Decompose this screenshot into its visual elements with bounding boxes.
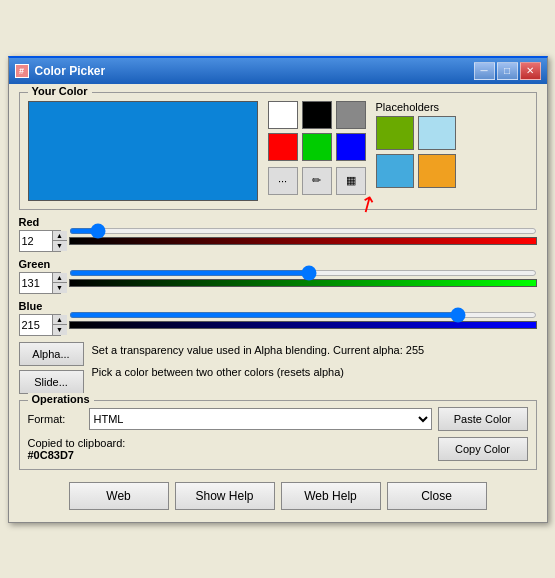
blue-input[interactable] [20, 315, 52, 335]
blue-spin-wrapper: ▲ ▼ [19, 314, 61, 336]
green-up-button[interactable]: ▲ [53, 273, 67, 283]
blue-up-button[interactable]: ▲ [53, 315, 67, 325]
close-button[interactable]: Close [387, 482, 487, 510]
web-help-button[interactable]: Web Help [281, 482, 381, 510]
content-area: Your Color ··· [9, 84, 547, 522]
red-slider-row: Red ▲ ▼ [19, 216, 537, 252]
color-picker-window: # Color Picker ─ □ ✕ Your Color [8, 56, 548, 523]
eyedropper-icon: ✏ [312, 174, 321, 187]
close-window-button[interactable]: ✕ [520, 62, 541, 80]
red-down-button[interactable]: ▼ [53, 241, 67, 251]
red-input[interactable] [20, 231, 52, 251]
format-label: Format: [28, 413, 83, 425]
bottom-buttons-row: Alpha... Slide... Set a transparency val… [19, 342, 537, 394]
web-button[interactable]: Web [69, 482, 169, 510]
eyedropper-button[interactable]: ✏ [302, 167, 332, 195]
alpha-description: Set a transparency value used in Alpha b… [92, 342, 537, 359]
color-preview [28, 101, 258, 201]
placeholders-section: Placeholders [376, 101, 456, 201]
placeholders-label: Placeholders [376, 101, 456, 113]
placeholder-orange[interactable] [418, 154, 456, 188]
swatch-green[interactable] [302, 133, 332, 161]
swatch-red[interactable] [268, 133, 298, 161]
copy-color-button[interactable]: Copy Color [438, 437, 528, 461]
swatch-gray[interactable] [336, 101, 366, 129]
green-slider-row: Green ▲ ▼ [19, 258, 537, 294]
red-up-button[interactable]: ▲ [53, 231, 67, 241]
checker-icon: ▦ [346, 174, 356, 187]
red-spin-wrapper: ▲ ▼ [19, 230, 61, 252]
alpha-button[interactable]: Alpha... [19, 342, 84, 366]
slide-description: Pick a color between two other colors (r… [92, 364, 537, 381]
clipboard-label: Copied to clipboard:#0C83D7 [28, 437, 432, 461]
slide-button[interactable]: Slide... [19, 370, 84, 394]
placeholder-sky[interactable] [376, 154, 414, 188]
placeholder-swatches [376, 116, 456, 188]
checker-button[interactable]: ▦ [336, 167, 366, 195]
title-buttons: ─ □ ✕ [474, 62, 541, 80]
your-color-section: Your Color ··· [19, 92, 537, 210]
red-slider[interactable] [69, 228, 537, 234]
clipboard-row: Copied to clipboard:#0C83D7 Copy Color [28, 437, 528, 461]
footer-buttons: Web Show Help Web Help Close [19, 478, 537, 512]
swatch-white[interactable] [268, 101, 298, 129]
more-button[interactable]: ··· [268, 167, 298, 195]
swatch-blue[interactable] [336, 133, 366, 161]
blue-label: Blue [19, 300, 61, 312]
swatch-row-2 [268, 133, 366, 161]
slider-section: Red ▲ ▼ Green [19, 216, 537, 336]
placeholder-green[interactable] [376, 116, 414, 150]
minimize-button[interactable]: ─ [474, 62, 495, 80]
green-input[interactable] [20, 273, 52, 293]
tool-row: ··· ✏ ▦ ↗ [268, 167, 366, 195]
green-down-button[interactable]: ▼ [53, 283, 67, 293]
blue-down-button[interactable]: ▼ [53, 325, 67, 335]
show-help-button[interactable]: Show Help [175, 482, 275, 510]
title-bar: # Color Picker ─ □ ✕ [9, 58, 547, 84]
swatch-black[interactable] [302, 101, 332, 129]
swatch-row-1 [268, 101, 366, 129]
operations-section: Operations Format: HTML RGB HSL Hex Past… [19, 400, 537, 470]
maximize-button[interactable]: □ [497, 62, 518, 80]
green-label: Green [19, 258, 61, 270]
your-color-label: Your Color [28, 85, 92, 97]
title-icon: # [15, 64, 29, 78]
red-label: Red [19, 216, 61, 228]
green-spin-wrapper: ▲ ▼ [19, 272, 61, 294]
swatches-area: ··· ✏ ▦ ↗ [268, 101, 366, 201]
blue-slider[interactable] [69, 312, 537, 318]
window-title: Color Picker [35, 64, 106, 78]
paste-color-button[interactable]: Paste Color [438, 407, 528, 431]
ellipsis-icon: ··· [278, 175, 287, 187]
placeholder-cyan[interactable] [418, 116, 456, 150]
green-slider[interactable] [69, 270, 537, 276]
operations-label: Operations [28, 393, 94, 405]
format-row: Format: HTML RGB HSL Hex Paste Color [28, 407, 528, 431]
blue-slider-row: Blue ▲ ▼ [19, 300, 537, 336]
format-select[interactable]: HTML RGB HSL Hex [89, 408, 432, 430]
